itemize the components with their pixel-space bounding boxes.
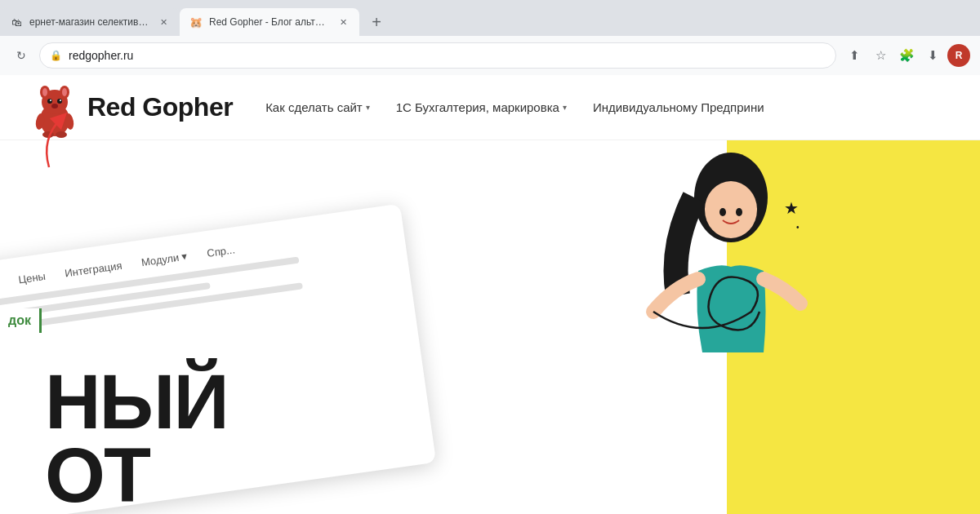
profile-button[interactable]: R [947, 44, 970, 67]
share-button[interactable]: ⬆ [843, 44, 866, 67]
sidebar-label-text: док [8, 313, 31, 327]
svg-text:★: ★ [784, 199, 799, 217]
nav-link-1c-chevron: ▾ [563, 103, 567, 112]
new-tab-button[interactable]: + [363, 8, 390, 36]
site-logo[interactable]: Red Gopher [33, 81, 233, 134]
mockup-nav-item-5: Спр... [206, 243, 235, 259]
url-text: redgopher.ru [69, 49, 133, 62]
nav-link-1c[interactable]: 1С Бухгалтерия, маркировка ▾ [396, 100, 567, 114]
mockup-nav-item-4: Модули ▾ [140, 250, 189, 268]
hero-text-line2: ОТ [45, 436, 228, 514]
tab2-favicon: 🐹 [189, 16, 203, 29]
mockup-nav-item-2: Цены [18, 270, 47, 286]
tab-active-2[interactable]: 🐹 Red Gopher - Блог альтруистки... ✕ [180, 8, 359, 36]
address-bar-row: ↻ 🔒 redgopher.ru ⬆ ☆ 🧩 ⬇ R [0, 36, 980, 75]
hero-text-line1: НЫЙ [45, 367, 228, 437]
tab2-close-button[interactable]: ✕ [336, 16, 350, 29]
tab1-close-button[interactable]: ✕ [157, 16, 170, 29]
svg-point-9 [60, 100, 61, 101]
svg-point-10 [51, 104, 58, 109]
star-icon: ☆ [875, 48, 886, 63]
website-content: Red Gopher Как сделать сайт ▾ 1С Бухгалт… [0, 75, 980, 514]
extensions-button[interactable]: 🧩 [895, 44, 918, 67]
illustration: ★ • [604, 148, 849, 377]
bookmark-button[interactable]: ☆ [869, 44, 892, 67]
site-nav-links: Как сделать сайт ▾ 1С Бухгалтерия, марки… [265, 100, 764, 114]
lock-icon: 🔒 [50, 50, 62, 61]
svg-point-20 [736, 208, 742, 216]
reload-button[interactable]: ↻ [10, 44, 33, 67]
svg-point-14 [56, 131, 67, 138]
svg-point-7 [57, 99, 62, 104]
tab-bar: 🛍 ернет-магазин селективной ✕ 🐹 Red Goph… [0, 0, 980, 36]
hero-big-text: НЫЙ ОТ [45, 367, 228, 515]
logo-text: Red Gopher [87, 92, 233, 122]
browser-chrome: 🛍 ернет-магазин селективной ✕ 🐹 Red Goph… [0, 0, 980, 75]
svg-point-4 [42, 88, 47, 96]
tab-inactive-1[interactable]: 🛍 ернет-магазин селективной ✕ [0, 8, 180, 36]
nav-link-site-label: Как сделать сайт [265, 100, 363, 114]
nav-link-site[interactable]: Как сделать сайт ▾ [265, 100, 370, 114]
mockup-nav-item-3: Интеграция [64, 259, 122, 280]
tab1-title: ернет-магазин селективной [29, 16, 150, 28]
nav-link-1c-label: 1С Бухгалтерия, маркировка [396, 100, 559, 114]
nav-link-ip-label: Индивидуальному Предприни [593, 100, 764, 114]
downloads-icon: ⬇ [928, 48, 938, 63]
logo-mascot [33, 81, 78, 134]
svg-point-5 [62, 88, 67, 96]
sidebar-label: док [0, 308, 42, 333]
profile-initial: R [956, 50, 963, 61]
svg-point-19 [719, 208, 726, 216]
extensions-icon: 🧩 [899, 48, 915, 63]
share-icon: ⬆ [849, 48, 860, 63]
address-bar[interactable]: 🔒 redgopher.ru [39, 42, 836, 69]
tab2-title: Red Gopher - Блог альтруистки... [209, 16, 330, 28]
toolbar-actions: ⬆ ☆ 🧩 ⬇ R [843, 44, 970, 67]
downloads-button[interactable]: ⬇ [921, 44, 944, 67]
svg-text:•: • [796, 223, 800, 232]
svg-point-8 [50, 100, 51, 101]
site-nav: Red Gopher Как сделать сайт ▾ 1С Бухгалт… [0, 75, 980, 140]
svg-point-16 [705, 181, 757, 238]
nav-link-ip[interactable]: Индивидуальному Предприни [593, 100, 764, 114]
hero-section: Возможности Цены Интеграция Модули ▾ Спр… [0, 140, 980, 514]
svg-point-6 [47, 99, 52, 104]
svg-point-13 [42, 131, 54, 138]
reload-icon: ↻ [16, 49, 26, 62]
nav-link-site-chevron: ▾ [366, 103, 370, 112]
tab1-favicon: 🛍 [10, 16, 23, 29]
